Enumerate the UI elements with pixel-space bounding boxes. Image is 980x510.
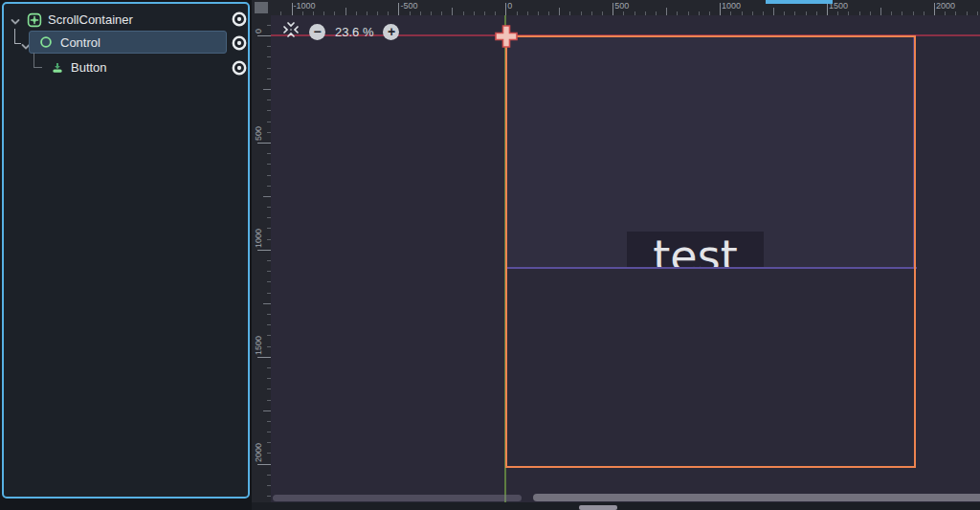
vertical-ruler: 0500100015002000 bbox=[252, 15, 271, 510]
horizontal-scrollbar-track[interactable] bbox=[273, 495, 522, 501]
ruler-tick bbox=[934, 3, 935, 15]
ruler-tick bbox=[257, 35, 271, 36]
zoom-level-button[interactable]: 23.6 % bbox=[335, 25, 373, 39]
top-blue-indicator bbox=[766, 0, 833, 4]
node-label: Button bbox=[71, 60, 107, 75]
visibility-eye-button[interactable] bbox=[231, 11, 248, 28]
ruler-label: 500 bbox=[614, 1, 629, 11]
zoom-out-button[interactable]: − bbox=[309, 24, 325, 40]
tree-row-button[interactable]: Button bbox=[4, 56, 248, 79]
node-label: Control bbox=[60, 35, 100, 50]
collapse-chevron-icon[interactable] bbox=[10, 14, 21, 26]
ruler-tick bbox=[880, 8, 881, 15]
ruler-tick bbox=[505, 3, 506, 15]
selection-rect[interactable] bbox=[505, 35, 916, 468]
ruler-label: 1000 bbox=[254, 229, 263, 248]
horizontal-ruler: -1000-5000500100015002000 bbox=[271, 0, 980, 15]
ruler-tick bbox=[666, 8, 667, 15]
ruler-tick bbox=[257, 143, 271, 144]
ruler-label: 0 bbox=[254, 29, 263, 33]
ruler-tick bbox=[257, 464, 271, 465]
ruler-tick bbox=[398, 3, 399, 15]
control-icon bbox=[38, 34, 54, 50]
visibility-eye-button[interactable] bbox=[231, 59, 248, 77]
zoom-widget: − 23.6 % + bbox=[282, 21, 399, 42]
godot-editor: ScrollContainer Control bbox=[0, 0, 980, 510]
scroll-container-icon bbox=[27, 12, 42, 28]
bottom-strip bbox=[252, 502, 980, 510]
horizontal-scrollbar-grabber[interactable] bbox=[533, 494, 980, 501]
ruler-tick bbox=[292, 3, 293, 15]
viewport-2d: -1000-5000500100015002000 05001000150020… bbox=[252, 0, 980, 510]
ruler-label: 500 bbox=[254, 126, 263, 141]
ruler-tick bbox=[263, 196, 271, 197]
node-label: ScrollContainer bbox=[48, 12, 133, 27]
ruler-label: 2000 bbox=[254, 443, 263, 462]
ruler-tick bbox=[263, 410, 271, 411]
ruler-tick bbox=[827, 3, 828, 15]
ruler-label: -500 bbox=[400, 1, 417, 11]
ruler-tick bbox=[452, 8, 453, 15]
visibility-eye-button[interactable] bbox=[231, 34, 248, 52]
ruler-tick bbox=[257, 250, 271, 251]
scene-tree-panel: ScrollContainer Control bbox=[2, 2, 250, 499]
origin-crosshair-icon bbox=[494, 24, 519, 53]
ruler-tick bbox=[263, 303, 271, 304]
ruler-tick bbox=[612, 3, 613, 15]
ruler-label: -1000 bbox=[294, 1, 316, 11]
ruler-tick bbox=[559, 8, 560, 15]
selected-row-highlight[interactable]: Control bbox=[29, 31, 227, 54]
button-node-icon bbox=[50, 60, 65, 76]
tree-row-scrollcontainer[interactable]: ScrollContainer bbox=[4, 9, 248, 32]
tree-indent-guide bbox=[33, 53, 42, 68]
ruler-corner bbox=[252, 0, 271, 15]
zoom-in-button[interactable]: + bbox=[383, 24, 399, 40]
bottom-scrollbar-grabber[interactable] bbox=[579, 505, 617, 510]
ruler-tick bbox=[720, 3, 721, 15]
canvas-2d[interactable]: test − 23.6 % + bbox=[271, 15, 980, 510]
ruler-tick bbox=[257, 357, 271, 358]
ruler-label: 1500 bbox=[254, 336, 263, 355]
ruler-label: 1000 bbox=[722, 1, 741, 11]
ruler-tick bbox=[345, 8, 346, 15]
ruler-label: 0 bbox=[507, 1, 512, 11]
ruler-label: 2000 bbox=[936, 1, 955, 11]
ruler-tick bbox=[263, 89, 271, 90]
ruler-tick bbox=[773, 8, 774, 15]
center-view-icon[interactable] bbox=[282, 21, 300, 42]
